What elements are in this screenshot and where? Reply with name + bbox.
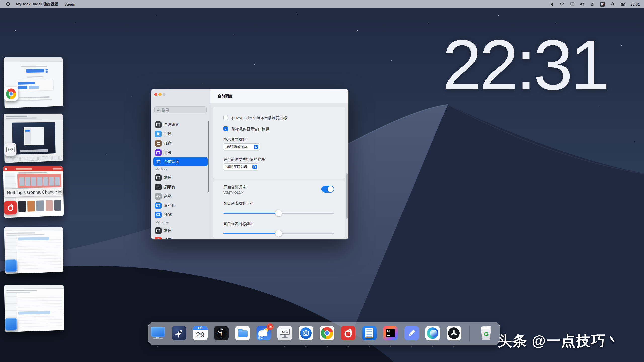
section-label-mydock: MyDock — [155, 167, 167, 171]
dock-item-editor[interactable] — [404, 325, 420, 341]
dock-separator — [469, 326, 470, 341]
icon-size-slider[interactable] — [223, 210, 334, 216]
sidebar-item-screen[interactable]: 屏幕 — [153, 148, 208, 157]
dock-item-chrome[interactable] — [319, 325, 335, 341]
desktop: MyDockFinder 偏好设置 Steam — [0, 0, 644, 362]
sidebar-item-tray[interactable]: 托盘 — [153, 139, 208, 148]
sidebar-item-minimize[interactable]: 最小化 — [153, 201, 208, 210]
svg-text:9: 9 — [217, 332, 218, 334]
slider-label: 窗口列表图标间距 — [223, 222, 254, 227]
menubar-clock[interactable]: 22:31 — [630, 2, 640, 6]
calendar-day: 29 — [193, 330, 208, 340]
close-button[interactable] — [154, 93, 157, 96]
window-thumbnail-file-explorer-2[interactable] — [4, 285, 64, 332]
running-indicator — [453, 346, 455, 347]
dock-item-netease-music[interactable] — [340, 325, 356, 341]
icon-spacing-slider[interactable] — [223, 230, 334, 237]
system-logo-icon[interactable] — [6, 2, 10, 6]
sidebar-search[interactable] — [154, 106, 207, 113]
sg-screen-tool-icon: S>G — [277, 326, 292, 340]
bluetooth-icon[interactable] — [550, 2, 554, 6]
sidebar-item-launchpad[interactable]: 启动台 — [153, 182, 208, 192]
dock-item-my-computer[interactable] — [150, 325, 166, 341]
dock-item-intellij-idea[interactable]: IJ — [382, 325, 398, 341]
window-thumbnail-screen-tool[interactable]: S>G — [4, 114, 63, 163]
dock-item-launchpad[interactable] — [171, 325, 187, 341]
dock-item-sg-screen-tool[interactable]: S>G — [277, 325, 293, 341]
wifi-icon[interactable] — [560, 2, 564, 6]
running-indicator — [305, 346, 307, 347]
recycle-bin-icon: ♻ — [478, 325, 494, 341]
window-thumbnail-netease-music[interactable]: Nothing's Gonna Change My L... — [3, 166, 64, 218]
zoom-button[interactable] — [163, 93, 166, 96]
slider-thumb[interactable] — [275, 230, 282, 237]
dock-item-y-app[interactable] — [446, 325, 462, 341]
desktop-icons-dropdown[interactable]: 始终隐藏图标 — [223, 143, 260, 150]
sidebar-item-global-settings[interactable]: 全局设置 — [153, 120, 208, 129]
my-computer-icon — [150, 325, 166, 341]
hover-title-checkbox[interactable]: ✓ — [223, 126, 228, 131]
settings-content: 在 MyFinder 中显示台前调度图标 ✓ 鼠标悬停显示窗口标题 显示桌面图标… — [210, 103, 348, 239]
notepad-icon — [362, 326, 377, 340]
display-icon[interactable] — [570, 2, 574, 6]
running-indicator — [327, 346, 328, 347]
minimize-button[interactable] — [158, 93, 162, 96]
sidebar-item-myfinder-general[interactable]: 通用 — [153, 226, 208, 235]
settings-sidebar: 全局设置 主题 托盘 屏幕 — [151, 89, 210, 239]
sidebar-item-advanced[interactable]: 高级 — [153, 192, 208, 201]
netease-badge-icon — [4, 201, 17, 215]
sidebar-item-mydock-general[interactable]: 通用 — [153, 173, 208, 182]
sidebar-item-notifications[interactable]: 通知 — [153, 235, 208, 239]
search-input[interactable] — [162, 108, 199, 112]
checkbox-label: 在 MyFinder 中显示台前调度图标 — [231, 116, 287, 120]
window-thumbnail-chrome[interactable] — [4, 57, 63, 108]
watermark: 头条 @一点技巧丶 — [498, 331, 620, 351]
checkbox-label: 鼠标悬停显示窗口标题 — [231, 127, 269, 132]
control-center-icon[interactable] — [620, 2, 625, 6]
input-method-icon[interactable]: 拼 — [600, 2, 605, 7]
recycle-glyph: ♻ — [483, 331, 489, 337]
content-scrollbar[interactable] — [346, 173, 348, 219]
volume-icon[interactable] — [580, 2, 584, 6]
sidebar-scrollbar[interactable] — [208, 121, 209, 192]
running-indicator — [369, 346, 370, 347]
menubar-item-steam[interactable]: Steam — [64, 2, 75, 6]
stage-manager-toggle[interactable] — [321, 186, 334, 193]
chrome-icon — [320, 326, 334, 340]
running-indicator — [432, 346, 433, 347]
notification-icon — [155, 237, 162, 240]
dock-item-edge[interactable] — [425, 325, 441, 341]
dock-item-clock[interactable]: 12369 — [213, 325, 229, 341]
launchpad-rocket-icon — [172, 326, 186, 340]
dropdown-label: 显示桌面图标 — [223, 137, 246, 142]
slider-thumb[interactable] — [275, 210, 282, 216]
stepper-icon — [252, 165, 257, 169]
search-icon[interactable] — [610, 2, 615, 6]
desktop-clock: 22:31 — [442, 30, 608, 101]
sidebar-item-preview[interactable]: 预览 — [153, 210, 208, 219]
settings-main: 台前调度 在 MyFinder 中显示台前调度图标 ✓ 鼠标悬停显示窗口标题 显… — [210, 89, 348, 239]
song-title-tooltip: Nothing's Gonna Change My L... — [4, 188, 63, 197]
sidebar-item-stage-manager[interactable]: 台前调度 — [153, 157, 208, 166]
dock-item-screen-capture[interactable] — [298, 325, 314, 341]
dock-item-weather[interactable]: 多云 25° — [256, 325, 272, 341]
dock-item-folder[interactable] — [234, 325, 251, 341]
show-stage-icon-checkbox[interactable] — [223, 115, 228, 120]
running-indicator — [348, 346, 349, 347]
computer-badge-icon — [5, 318, 17, 331]
minimize-window-icon — [155, 202, 162, 209]
launchpad-grid-icon — [155, 184, 162, 190]
sg-badge-icon: S>G — [4, 143, 16, 156]
running-indicator — [411, 346, 412, 347]
eject-icon[interactable] — [590, 2, 594, 6]
finder-general-icon — [155, 227, 162, 234]
excluded-apps-dropdown[interactable]: 编辑窗口列表 — [223, 163, 258, 170]
dock-item-calendar[interactable]: 5月 29 — [192, 325, 208, 341]
pencil-icon — [404, 326, 419, 340]
window-thumbnail-file-explorer-1[interactable] — [4, 227, 63, 274]
menubar-app-name[interactable]: MyDockFinder 偏好设置 — [16, 2, 58, 7]
dock-item-notepad[interactable] — [361, 325, 377, 341]
toggle-label: 开启台前调度 — [223, 185, 246, 190]
sidebar-item-theme[interactable]: 主题 — [153, 129, 208, 139]
dock-item-recycle-bin[interactable]: ♻ — [478, 325, 494, 341]
